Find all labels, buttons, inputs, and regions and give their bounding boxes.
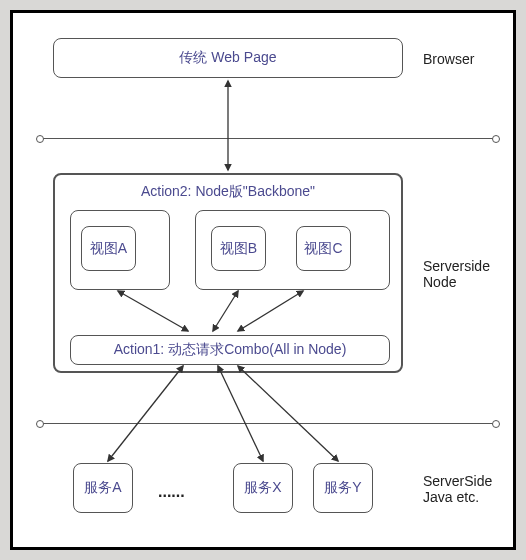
action2-title: Action2: Node版"Backbone"	[55, 183, 401, 201]
view-b-box: 视图B	[211, 226, 266, 271]
view-a-box: 视图A	[81, 226, 136, 271]
dots: ......	[158, 483, 185, 501]
svg-line-5	[218, 366, 263, 461]
svg-line-4	[108, 366, 183, 461]
node-label: Serverside Node	[423, 258, 490, 290]
node-container: Action2: Node版"Backbone" 视图A 视图B 视图C Act…	[53, 173, 403, 373]
web-page-box: 传统 Web Page	[53, 38, 403, 78]
divider-2	[43, 423, 493, 424]
divider-1	[43, 138, 493, 139]
view-a-container: 视图A	[70, 210, 170, 290]
service-y-box: 服务Y	[313, 463, 373, 513]
service-a-box: 服务A	[73, 463, 133, 513]
java-label: ServerSide Java etc.	[423, 473, 492, 505]
svg-line-6	[238, 366, 338, 461]
service-x-box: 服务X	[233, 463, 293, 513]
view-c-box: 视图C	[296, 226, 351, 271]
browser-label: Browser	[423, 51, 474, 67]
action1-box: Action1: 动态请求Combo(All in Node)	[70, 335, 390, 365]
diagram-canvas: 传统 Web Page Browser Action2: Node版"Backb…	[10, 10, 516, 550]
view-bc-container: 视图B 视图C	[195, 210, 390, 290]
